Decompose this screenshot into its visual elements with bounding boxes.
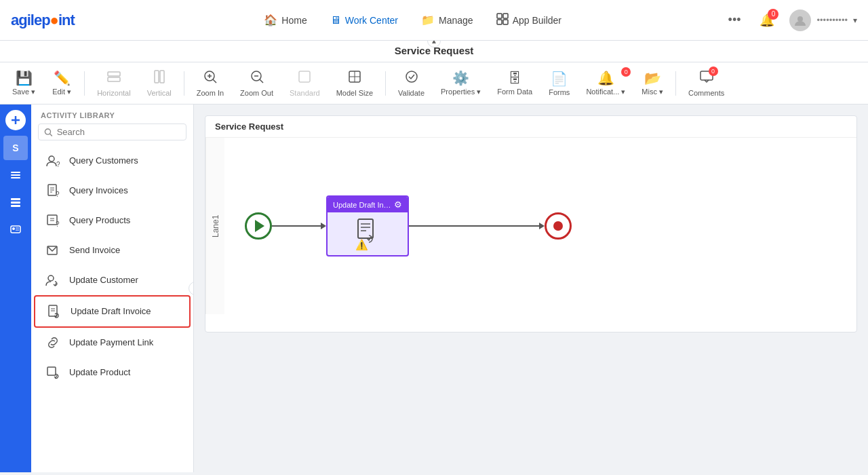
activity-item-update-draft-invoice[interactable]: Update Draft Invoice	[34, 295, 191, 328]
svg-rect-16	[299, 71, 310, 82]
notifications-badge: 0	[621, 67, 631, 77]
zoom-in-icon	[203, 69, 218, 88]
query-customers-icon: ?	[43, 151, 62, 170]
toolbar-standard[interactable]: Standard	[283, 65, 327, 101]
lane-content: Update Draft Invoice... ⚙	[224, 138, 856, 314]
notifications-icon: 🔔	[597, 70, 614, 86]
model-size-icon	[347, 69, 362, 88]
nav-home[interactable]: 🏠 Home	[254, 8, 316, 32]
forms-label: Forms	[549, 88, 570, 96]
user-menu[interactable]: •••••••••• ▾	[789, 10, 857, 31]
side-icon-bar: S	[0, 104, 31, 472]
nav-home-label: Home	[281, 15, 307, 26]
sidebar-icon-list2[interactable]	[3, 190, 28, 214]
nav-manage[interactable]: 📁 Manage	[412, 8, 483, 32]
task-icon-area: ⚠️	[355, 218, 380, 250]
toolbar-validate[interactable]: Validate	[391, 65, 431, 101]
comments-icon: 0	[699, 69, 714, 88]
toolbar-model-size[interactable]: Model Size	[330, 65, 380, 101]
nav-manage-label: Manage	[439, 15, 473, 26]
svg-point-4	[797, 16, 803, 22]
comments-label: Comments	[688, 89, 724, 97]
sidebar-icon-id[interactable]	[3, 217, 28, 242]
toolbar-edit[interactable]: ✏️ Edit	[45, 66, 79, 100]
nav-appbuilder-label: App Builder	[513, 15, 561, 26]
svg-rect-5	[108, 72, 120, 76]
svg-rect-1	[503, 14, 508, 18]
notification-button[interactable]: 🔔 0	[755, 9, 778, 32]
nav-workcenter[interactable]: 🖥 Work Center	[321, 9, 408, 32]
toolbar-zoom-in[interactable]: Zoom In	[190, 65, 231, 101]
toolbar-divider-3	[385, 71, 386, 96]
toolbar-zoom-out[interactable]: Zoom Out	[233, 65, 280, 101]
nav-appbuilder[interactable]: App Builder	[487, 7, 571, 33]
activity-item-update-customer[interactable]: Update Customer	[34, 265, 191, 295]
svg-point-34	[45, 129, 50, 134]
sidebar-icon-s[interactable]: S	[3, 136, 28, 160]
toolbar-vertical[interactable]: Vertical	[140, 65, 178, 101]
save-icon: 💾	[16, 70, 33, 86]
arrow-head-2	[539, 223, 545, 229]
task-node-header: Update Draft Invoice... ⚙	[328, 197, 408, 212]
end-node[interactable]	[545, 212, 572, 240]
activity-item-query-invoices[interactable]: ? Query Invoices	[34, 176, 191, 206]
activity-item-query-products[interactable]: ? Query Products	[34, 206, 191, 235]
app-logo[interactable]: agilep●int	[11, 12, 75, 29]
activity-item-query-customers[interactable]: ? Query Customers	[34, 146, 191, 176]
update-payment-link-icon	[43, 333, 62, 352]
activity-item-update-product[interactable]: Update Product	[34, 358, 191, 387]
task-node-update-draft-invoice[interactable]: Update Draft Invoice... ⚙	[326, 195, 409, 256]
toolbar-divider-1	[84, 71, 85, 96]
toolbar-comments[interactable]: 0 Comments	[682, 65, 731, 101]
toolbar-properties[interactable]: ⚙️ Properties	[434, 66, 488, 100]
sidebar-icon-list1[interactable]	[3, 163, 28, 187]
activity-list: ? Query Customers ? Query Invoices ? Que…	[31, 146, 193, 472]
toolbar-notifications[interactable]: 🔔 0 Notificat...	[579, 66, 632, 100]
toolbar-divider-2	[184, 71, 184, 96]
activity-search-box[interactable]	[38, 124, 186, 140]
canvas-area[interactable]: Service Request Lane1	[194, 104, 868, 472]
zoom-in-label: Zoom In	[197, 89, 224, 97]
save-label: Save	[12, 88, 35, 96]
toolbar-save[interactable]: 💾 Save	[5, 66, 42, 100]
toolbar-form-data[interactable]: 🗄 Form Data	[490, 66, 539, 100]
edit-label: Edit	[52, 88, 71, 96]
svg-line-15	[260, 79, 263, 83]
task-gear-icon[interactable]: ⚙	[394, 200, 402, 210]
update-product-icon	[43, 363, 62, 382]
activity-item-update-payment-link[interactable]: Update Payment Link	[34, 328, 191, 358]
misc-icon: 📂	[644, 70, 661, 86]
update-draft-invoice-label: Update Draft Invoice	[71, 306, 151, 318]
nav-more-button[interactable]: •••	[724, 9, 745, 31]
connector-task-end	[409, 223, 545, 229]
start-node[interactable]	[245, 212, 272, 240]
add-activity-button[interactable]	[5, 110, 26, 130]
form-data-label: Form Data	[497, 88, 532, 96]
update-product-label: Update Product	[69, 367, 130, 379]
comments-badge: 0	[709, 66, 718, 76]
send-invoice-label: Send Invoice	[69, 245, 120, 256]
svg-rect-31	[12, 227, 15, 230]
svg-rect-27	[11, 198, 20, 200]
zoom-out-icon	[250, 69, 264, 88]
svg-text:?: ?	[56, 221, 60, 228]
workcenter-icon: 🖥	[330, 14, 341, 26]
activity-item-send-invoice[interactable]: Send Invoice	[34, 235, 191, 265]
svg-rect-24	[11, 172, 20, 173]
canvas-board: Service Request Lane1	[205, 115, 857, 332]
activity-library-header: Activity Library	[31, 104, 193, 124]
svg-point-20	[406, 71, 417, 82]
main-layout: S Activity Library ? Query Customers	[0, 104, 868, 472]
toolbar-horizontal[interactable]: Horizontal	[90, 65, 138, 101]
horizontal-icon	[106, 69, 121, 88]
query-customers-label: Query Customers	[69, 155, 138, 167]
query-products-icon: ?	[43, 211, 62, 230]
svg-line-35	[50, 134, 52, 136]
toolbar-forms[interactable]: 📄 Forms	[542, 66, 576, 100]
update-customer-icon	[43, 271, 62, 290]
warning-icon: ⚠️	[355, 239, 368, 251]
toolbar-misc[interactable]: 📂 Misc	[635, 66, 670, 100]
task-node-title: Update Draft Invoice...	[333, 201, 394, 209]
search-input[interactable]	[57, 127, 180, 137]
notification-badge: 0	[768, 9, 778, 20]
